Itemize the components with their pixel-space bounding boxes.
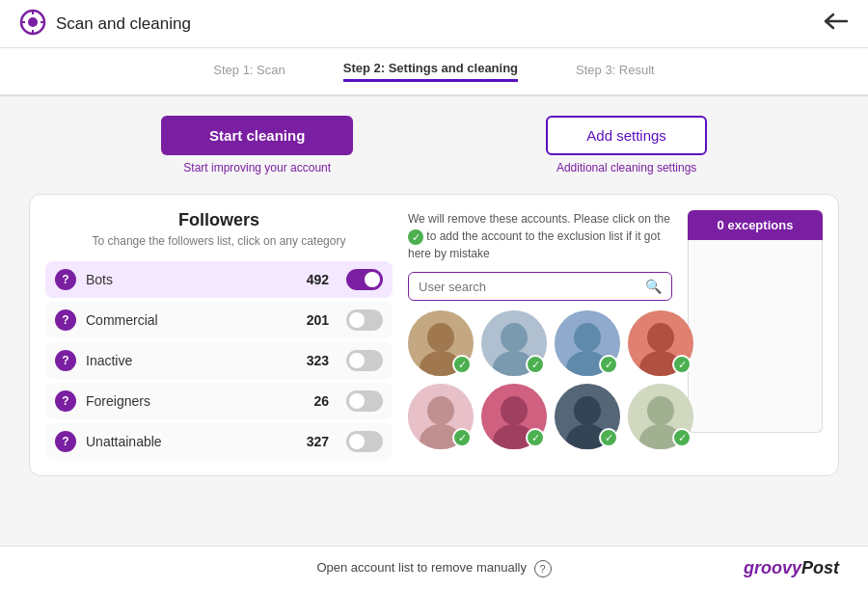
category-name-inactive: Inactive xyxy=(86,353,297,368)
header-title: Scan and cleaning xyxy=(56,14,191,34)
photo-item-1[interactable]: ✓ xyxy=(408,310,474,376)
svg-point-1 xyxy=(28,17,38,27)
photo-item-2[interactable]: ✓ xyxy=(481,310,547,376)
category-name-commercial: Commercial xyxy=(86,312,297,328)
main-content: Start cleaning Start improving your acco… xyxy=(0,96,868,496)
check-badge-2[interactable]: ✓ xyxy=(526,355,545,374)
photo-item-6[interactable]: ✓ xyxy=(481,384,547,449)
accounts-panel: We will remove these accounts. Please cl… xyxy=(408,210,672,460)
category-commercial[interactable]: ? Commercial 201 xyxy=(45,302,393,338)
category-count-bots: 492 xyxy=(307,272,329,287)
header-left: Scan and cleaning xyxy=(19,9,191,40)
svg-point-22 xyxy=(501,396,528,425)
svg-point-10 xyxy=(501,323,528,352)
search-icon: 🔍 xyxy=(645,279,662,294)
add-subtitle[interactable]: Additional cleaning settings xyxy=(556,161,696,174)
footer-brand: groovyPost xyxy=(744,558,839,577)
check-badge-8[interactable]: ✓ xyxy=(672,428,692,447)
main-card: Followers To change the followers list, … xyxy=(29,194,839,476)
followers-panel: Followers To change the followers list, … xyxy=(45,210,393,460)
step-1[interactable]: Step 1: Scan xyxy=(213,63,285,81)
add-settings-group: Add settings Additional cleaning setting… xyxy=(546,116,707,174)
footer: Open account list to remove manually ? g… xyxy=(0,546,868,590)
svg-point-28 xyxy=(647,396,674,425)
category-bots[interactable]: ? Bots 492 xyxy=(45,261,393,298)
check-badge-3[interactable]: ✓ xyxy=(599,355,618,374)
toggle-unattainable[interactable] xyxy=(346,431,383,452)
toggle-foreigners[interactable] xyxy=(346,390,383,412)
category-name-foreigners: Foreigners xyxy=(86,393,304,409)
toggle-inactive[interactable] xyxy=(346,350,383,371)
step-2[interactable]: Step 2: Settings and cleaning xyxy=(343,61,518,82)
category-foreigners[interactable]: ? Foreigners 26 xyxy=(45,383,393,419)
exceptions-header: 0 exceptions xyxy=(688,210,823,240)
category-name-unattainable: Unattainable xyxy=(86,434,297,449)
back-button[interactable] xyxy=(822,12,849,36)
toggle-bots[interactable] xyxy=(346,269,383,290)
help-icon-foreigners: ? xyxy=(55,390,76,412)
followers-subtitle: To change the followers list, click on a… xyxy=(45,234,393,248)
category-count-commercial: 201 xyxy=(307,312,329,328)
start-subtitle[interactable]: Start improving your account xyxy=(183,161,331,174)
category-count-foreigners: 26 xyxy=(313,393,329,409)
followers-title: Followers xyxy=(45,210,393,230)
category-unattainable[interactable]: ? Unattainable 327 xyxy=(45,423,393,460)
photo-item-5[interactable]: ✓ xyxy=(408,384,474,449)
help-icon-unattainable: ? xyxy=(55,431,76,452)
search-input[interactable] xyxy=(419,280,645,294)
category-count-inactive: 323 xyxy=(307,353,329,368)
step-3[interactable]: Step 3: Result xyxy=(576,63,655,81)
svg-point-16 xyxy=(647,323,674,352)
category-inactive[interactable]: ? Inactive 323 xyxy=(45,342,393,379)
start-cleaning-button[interactable]: Start cleaning xyxy=(161,116,353,155)
check-badge-5[interactable]: ✓ xyxy=(452,428,472,447)
photo-grid: ✓ ✓ ✓ ✓ xyxy=(408,310,672,449)
accounts-description: We will remove these accounts. Please cl… xyxy=(408,210,672,262)
photo-item-3[interactable]: ✓ xyxy=(555,310,620,376)
category-list: ? Bots 492 ? Commercial 201 ? Inactive 3… xyxy=(45,261,393,460)
app-header: Scan and cleaning xyxy=(0,0,868,48)
photo-item-4[interactable]: ✓ xyxy=(628,310,693,376)
footer-help-icon: ? xyxy=(534,560,552,577)
help-icon-inactive: ? xyxy=(55,350,76,371)
exceptions-body xyxy=(688,240,823,433)
check-badge-7[interactable]: ✓ xyxy=(599,428,618,447)
svg-point-13 xyxy=(574,323,601,352)
toggle-commercial[interactable] xyxy=(346,309,383,331)
exceptions-panel: 0 exceptions xyxy=(688,210,823,460)
search-box: 🔍 xyxy=(408,272,672,301)
category-name-bots: Bots xyxy=(86,272,297,287)
check-badge-6[interactable]: ✓ xyxy=(526,428,545,447)
start-cleaning-group: Start cleaning Start improving your acco… xyxy=(161,116,353,174)
scan-icon xyxy=(19,9,46,40)
add-settings-button[interactable]: Add settings xyxy=(546,116,707,155)
check-badge-1[interactable]: ✓ xyxy=(452,355,472,374)
category-count-unattainable: 327 xyxy=(307,434,329,449)
steps-bar: Step 1: Scan Step 2: Settings and cleani… xyxy=(0,48,868,96)
action-row: Start cleaning Start improving your acco… xyxy=(29,116,839,174)
svg-point-7 xyxy=(427,323,454,352)
photo-item-8[interactable]: ✓ xyxy=(628,384,693,449)
svg-point-25 xyxy=(574,396,601,425)
check-badge-4[interactable]: ✓ xyxy=(672,355,692,374)
footer-link[interactable]: Open account list to remove manually ? xyxy=(299,560,569,577)
svg-point-19 xyxy=(427,396,454,425)
help-icon-commercial: ? xyxy=(55,309,76,331)
green-check-inline: ✓ xyxy=(408,229,423,245)
photo-item-7[interactable]: ✓ xyxy=(555,384,620,449)
help-icon-bots: ? xyxy=(55,269,76,290)
footer-link-text: Open account list to remove manually xyxy=(316,560,527,575)
